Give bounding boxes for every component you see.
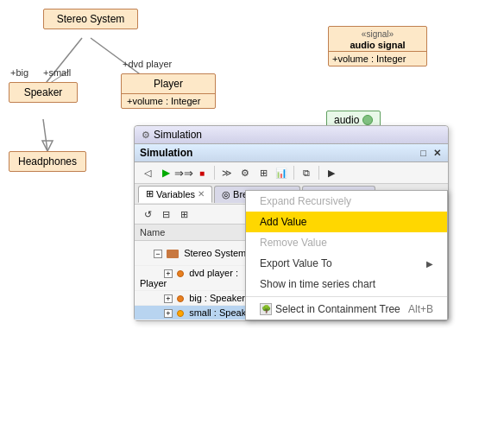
svg-line-0 bbox=[43, 38, 82, 86]
toolbar-settings-btn[interactable]: ⚙ bbox=[237, 165, 253, 180]
signal-body: +volume : Integer bbox=[329, 51, 426, 66]
stereo-system-title: Stereo System bbox=[44, 9, 137, 28]
signal-stereotype: «signal» bbox=[329, 27, 426, 39]
audio-label: audio bbox=[334, 114, 359, 126]
ctx-remove-label: Remove Value bbox=[260, 237, 327, 249]
toolbar-arrow-btn[interactable]: ▶ bbox=[324, 165, 339, 180]
stereo-icon bbox=[167, 250, 179, 258]
tab-variables-label: Variables bbox=[156, 189, 195, 199]
containment-icon: 🌳 bbox=[260, 303, 272, 315]
ctx-add-value-label: Add Value bbox=[260, 216, 307, 228]
big-icon bbox=[177, 295, 184, 302]
player-title: Player bbox=[122, 74, 215, 93]
context-menu: Expand Recursively Add Value Remove Valu… bbox=[245, 190, 448, 320]
headphones-title: Headphones bbox=[9, 152, 85, 171]
tree-expand-dvd[interactable]: + bbox=[164, 269, 173, 278]
toolbar-copy-btn[interactable]: ⧉ bbox=[299, 165, 314, 180]
ctx-export-arrow: ▶ bbox=[426, 259, 433, 269]
subtoolbar-expand-btn[interactable]: ⊞ bbox=[176, 206, 192, 222]
ctx-select-containment-label: Select in Containment Tree bbox=[275, 303, 400, 315]
sim-header: ⚙ Simulation bbox=[135, 126, 448, 144]
simulation-panel: ⚙ Simulation Simulation □ ✕ ◁ ▶ ⇒⇒ ■ ≫ ⚙… bbox=[134, 125, 449, 321]
ctx-add-value[interactable]: Add Value bbox=[246, 212, 447, 232]
small-label: +small bbox=[43, 67, 71, 78]
sim-header-icon: ⚙ bbox=[142, 130, 150, 141]
ctx-show-timeseries-label: Show in time series chart bbox=[260, 278, 375, 290]
tree-expand-small[interactable]: + bbox=[164, 309, 173, 318]
toolbar-grid-btn[interactable]: ⊞ bbox=[255, 165, 271, 180]
ctx-export-value[interactable]: Export Value To ▶ bbox=[246, 253, 447, 274]
dvd-player-label: +dvd player bbox=[123, 59, 172, 69]
toolbar-chart-btn[interactable]: 📊 bbox=[274, 165, 289, 180]
ctx-select-containment[interactable]: 🌳 Select in Containment Tree Alt+B bbox=[246, 299, 447, 320]
sim-title-label: Simulation bbox=[140, 147, 192, 159]
big-name: big : Speaker bbox=[189, 293, 245, 303]
toolbar-sep3 bbox=[318, 166, 319, 180]
svg-line-1 bbox=[91, 38, 142, 76]
svg-marker-3 bbox=[42, 141, 53, 151]
ctx-show-timeseries[interactable]: Show in time series chart bbox=[246, 274, 447, 294]
toolbar-sep2 bbox=[293, 166, 294, 180]
tree-expand-big[interactable]: + bbox=[164, 294, 173, 303]
toolbar-sep1 bbox=[214, 166, 215, 180]
tab-variables[interactable]: ⊞ Variables ✕ bbox=[138, 186, 212, 203]
dvd-icon bbox=[177, 270, 184, 277]
dvd-name: dvd player : Player bbox=[140, 268, 238, 288]
ctx-export-label: Export Value To bbox=[260, 257, 332, 269]
subtoolbar-refresh-btn[interactable]: ↺ bbox=[140, 206, 155, 222]
ctx-select-shortcut: Alt+B bbox=[408, 303, 433, 315]
headphones-box: Headphones bbox=[9, 151, 86, 172]
toolbar-stop-btn[interactable]: ■ bbox=[194, 165, 210, 180]
toolbar-fastfwd-btn[interactable]: ≫ bbox=[219, 165, 235, 180]
small-icon bbox=[177, 310, 184, 317]
sim-toolbar: ◁ ▶ ⇒⇒ ■ ≫ ⚙ ⊞ 📊 ⧉ ▶ bbox=[135, 162, 448, 184]
ctx-separator bbox=[246, 296, 447, 297]
tab-breakpoints-icon: ◎ bbox=[222, 189, 230, 200]
toolbar-step-btn[interactable]: ⇒⇒ bbox=[176, 165, 192, 180]
signal-box: «signal» audio signal +volume : Integer bbox=[328, 26, 427, 66]
player-box: Player +volume : Integer bbox=[121, 73, 216, 109]
signal-title: audio signal bbox=[329, 39, 426, 51]
player-body: +volume : Integer bbox=[122, 93, 215, 108]
sim-title-bar: Simulation □ ✕ bbox=[135, 144, 448, 162]
stereo-system-box: Stereo System bbox=[43, 9, 138, 29]
ctx-expand-label: Expand Recursively bbox=[260, 195, 351, 207]
speaker-title: Speaker bbox=[9, 83, 77, 102]
subtoolbar-collapse-btn[interactable]: ⊟ bbox=[158, 206, 173, 222]
sim-header-title: Simulation bbox=[154, 129, 202, 141]
ctx-expand-recursively: Expand Recursively bbox=[246, 191, 447, 212]
stereo-name: Stereo System bbox=[184, 248, 246, 258]
diagram-canvas: Stereo System Speaker +big +small +dvd p… bbox=[0, 0, 504, 443]
toolbar-back-btn[interactable]: ◁ bbox=[140, 165, 155, 180]
big-label: +big bbox=[10, 67, 28, 78]
audio-indicator bbox=[362, 115, 373, 125]
tree-expand-stereo[interactable]: − bbox=[154, 250, 162, 258]
svg-line-2 bbox=[43, 119, 47, 151]
sim-close-btn[interactable]: ✕ bbox=[432, 148, 443, 159]
speaker-box: Speaker bbox=[9, 82, 78, 103]
ctx-remove-value: Remove Value bbox=[246, 232, 447, 253]
sim-minimize-btn[interactable]: □ bbox=[419, 148, 428, 159]
tab-variables-icon: ⊞ bbox=[146, 188, 154, 199]
tab-variables-close[interactable]: ✕ bbox=[198, 189, 205, 199]
toolbar-play-btn[interactable]: ▶ bbox=[158, 165, 173, 180]
